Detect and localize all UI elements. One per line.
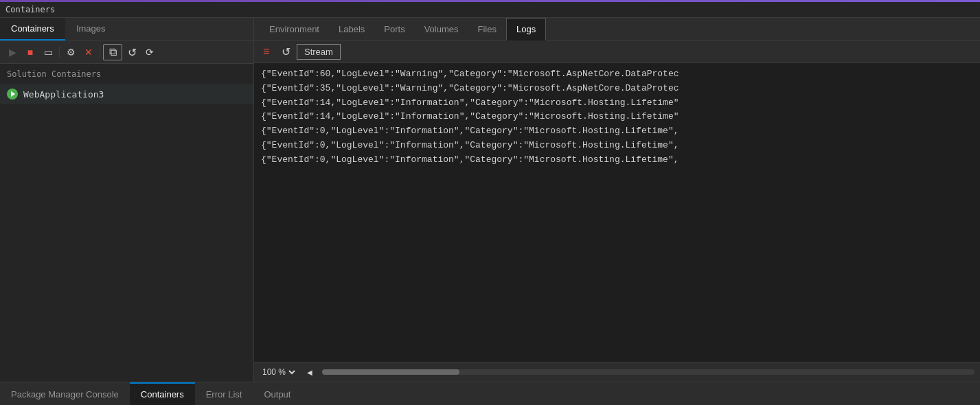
tab-labels[interactable]: Labels — [329, 19, 374, 40]
title-bar: Containers — [0, 2, 980, 18]
log-line-0: {"EventId":60,"LogLevel":"Warning","Cate… — [261, 67, 973, 82]
refresh-button[interactable]: ↺ — [124, 44, 140, 60]
log-line-4: {"EventId":0,"LogLevel":"Information","C… — [261, 124, 973, 139]
refresh2-button[interactable]: ⟳ — [141, 44, 158, 60]
bottom-tab-output[interactable]: Output — [253, 382, 301, 405]
gear-icon: ⚙ — [67, 47, 76, 58]
bottom-tab-containers[interactable]: Containers — [130, 382, 195, 405]
status-bar: 100 % 25 % 50 % 75 % 125 % 150 % 200 % ◀ — [254, 362, 980, 382]
log-line-1: {"EventId":35,"LogLevel":"Warning","Cate… — [261, 82, 973, 96]
zoom-select[interactable]: 100 % 25 % 50 % 75 % 125 % 150 % 200 % — [260, 367, 297, 378]
main-content: Containers Images ▶ ■ ▭ ⚙ ✕ ⧉ — [0, 18, 980, 382]
horizontal-scrollbar[interactable] — [322, 369, 975, 375]
container-list: WebApplication3 — [0, 84, 253, 382]
refresh-logs-icon: ↺ — [282, 45, 290, 58]
left-panel: Containers Images ▶ ■ ▭ ⚙ ✕ ⧉ — [0, 18, 254, 382]
gear-button[interactable]: ⚙ — [62, 44, 79, 60]
log-line-5: {"EventId":0,"LogLevel":"Information","C… — [261, 139, 973, 153]
stop-button[interactable]: ■ — [22, 44, 38, 60]
right-toolbar: ≡ ↺ Stream — [254, 40, 980, 63]
tab-logs[interactable]: Logs — [506, 18, 546, 40]
bottom-tab-package-manager[interactable]: Package Manager Console — [0, 382, 130, 405]
solution-label: Solution Containers — [0, 64, 253, 84]
tab-containers[interactable]: Containers — [0, 18, 65, 40]
running-icon — [7, 89, 18, 100]
refresh-icon: ↺ — [128, 46, 137, 59]
window-icon: ▭ — [44, 47, 53, 58]
play-icon: ▶ — [9, 47, 16, 58]
left-tab-bar: Containers Images — [0, 18, 253, 41]
delete-button[interactable]: ✕ — [80, 44, 97, 60]
delete-icon: ✕ — [84, 47, 93, 58]
bottom-tabs: Package Manager Console Containers Error… — [0, 382, 980, 405]
left-toolbar: ▶ ■ ▭ ⚙ ✕ ⧉ ↺ ⟳ — [0, 41, 253, 64]
stop-icon: ■ — [27, 47, 33, 58]
toolbar-sep-2 — [100, 46, 100, 58]
play-button[interactable]: ▶ — [4, 44, 21, 60]
toolbar-sep-1 — [59, 46, 60, 58]
tab-ports[interactable]: Ports — [374, 19, 414, 40]
stream-button[interactable]: Stream — [297, 44, 341, 60]
clear-icon: ≡ — [263, 45, 269, 58]
list-item[interactable]: WebApplication3 — [0, 84, 253, 104]
title-bar-label: Containers — [5, 5, 55, 14]
tab-files[interactable]: Files — [468, 19, 506, 40]
refresh2-icon: ⟳ — [146, 47, 154, 58]
tab-volumes[interactable]: Volumes — [415, 19, 468, 40]
log-line-6: {"EventId":0,"LogLevel":"Information","C… — [261, 153, 973, 167]
container-name: WebApplication3 — [23, 89, 104, 100]
window-button[interactable]: ▭ — [40, 44, 56, 60]
right-panel: Environment Labels Ports Volumes Files L… — [254, 18, 980, 382]
scroll-left-button[interactable]: ◀ — [301, 364, 318, 380]
copy-icon: ⧉ — [109, 46, 117, 58]
clear-logs-button[interactable]: ≡ — [258, 43, 275, 60]
tab-images[interactable]: Images — [65, 18, 117, 40]
right-tab-bar: Environment Labels Ports Volumes Files L… — [254, 18, 980, 40]
refresh-logs-button[interactable]: ↺ — [277, 43, 294, 60]
log-area[interactable]: {"EventId":60,"LogLevel":"Warning","Cate… — [254, 63, 980, 362]
scroll-thumb — [322, 369, 459, 375]
log-line-2: {"EventId":14,"LogLevel":"Information","… — [261, 96, 973, 111]
copy-button[interactable]: ⧉ — [103, 44, 122, 60]
bottom-tab-error-list[interactable]: Error List — [195, 382, 253, 405]
tab-environment[interactable]: Environment — [260, 19, 329, 40]
log-line-3: {"EventId":14,"LogLevel":"Information","… — [261, 110, 973, 124]
